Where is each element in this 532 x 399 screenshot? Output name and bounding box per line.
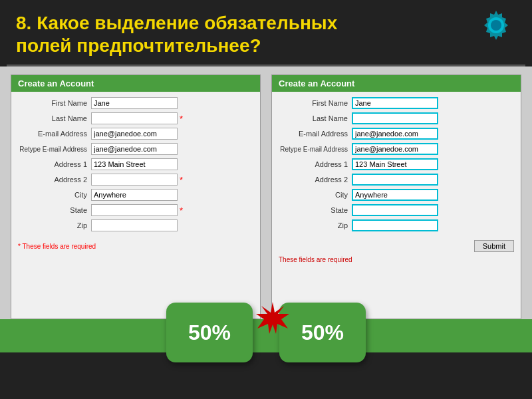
field-label: Last Name <box>279 114 352 122</box>
email-input[interactable] <box>91 128 178 140</box>
form-row: Retype E-mail Address <box>279 143 514 155</box>
page-title: 8. Какое выделение обязательных полей пр… <box>16 12 337 57</box>
forms-area: Create an Account First Name Last Name *… <box>0 66 532 319</box>
last-name-input[interactable] <box>352 112 438 124</box>
field-label: Address 2 <box>279 176 352 184</box>
field-label: State <box>279 206 352 214</box>
starburst-icon <box>256 301 289 334</box>
form-row: City <box>279 189 514 201</box>
address2-input[interactable] <box>352 174 438 186</box>
right-form-body: First Name Last Name E-mail Address Rety… <box>272 92 521 240</box>
left-required-note: * These fields are required <box>11 240 260 253</box>
address1-input[interactable] <box>352 158 438 170</box>
address2-input[interactable] <box>91 174 178 186</box>
field-label: E-mail Address <box>279 130 352 138</box>
field-label: Address 1 <box>279 160 352 168</box>
form-row: Zip <box>18 219 253 231</box>
form-row: E-mail Address <box>279 128 514 140</box>
zip-input[interactable] <box>352 219 438 231</box>
field-label: Retype E-mail Address <box>279 146 352 153</box>
svg-point-1 <box>491 20 501 31</box>
city-input[interactable] <box>352 189 438 201</box>
form-row: Address 1 <box>18 158 253 170</box>
state-input[interactable] <box>91 204 178 216</box>
city-input[interactable] <box>91 189 178 201</box>
field-label: Address 1 <box>18 160 91 168</box>
retype-email-input[interactable] <box>352 143 438 155</box>
left-form-body: First Name Last Name * E-mail Address Re… <box>11 92 260 240</box>
form-row: Zip <box>279 219 514 231</box>
form-row: State <box>279 204 514 216</box>
header: 8. Какое выделение обязательных полей пр… <box>0 0 532 65</box>
form-row: First Name <box>18 97 253 109</box>
state-input[interactable] <box>352 204 438 216</box>
form-row: Address 2 * <box>18 174 253 186</box>
zip-input[interactable] <box>91 219 178 231</box>
left-form-panel: Create an Account First Name Last Name *… <box>11 74 261 319</box>
right-form-panel: Create an Account First Name Last Name E… <box>271 74 521 319</box>
right-badge: 50% <box>279 303 366 362</box>
svg-marker-2 <box>256 302 289 334</box>
address1-input[interactable] <box>91 158 178 170</box>
form-row: State * <box>18 204 253 216</box>
form-row: City <box>18 189 253 201</box>
field-label: Zip <box>279 221 352 229</box>
field-label: City <box>279 191 352 199</box>
field-label: E-mail Address <box>18 130 91 138</box>
field-label: Zip <box>18 221 91 229</box>
form-row: First Name <box>279 97 514 109</box>
required-star: * <box>180 114 183 124</box>
right-form-header: Create an Account <box>272 75 521 92</box>
required-star: * <box>180 205 183 215</box>
field-label: Retype E-mail Address <box>18 146 91 153</box>
field-label: Last Name <box>18 114 91 122</box>
field-label: State <box>18 206 91 214</box>
required-star: * <box>180 175 183 185</box>
submit-button[interactable]: Submit <box>474 240 514 252</box>
form-row: E-mail Address <box>18 128 253 140</box>
left-form-header: Create an Account <box>11 75 260 92</box>
retype-email-input[interactable] <box>91 143 178 155</box>
form-row: Retype E-mail Address <box>18 143 253 155</box>
form-row: Last Name * <box>18 112 253 124</box>
field-label: Address 2 <box>18 176 91 184</box>
email-input[interactable] <box>352 128 438 140</box>
first-name-input[interactable] <box>352 97 438 109</box>
field-label: First Name <box>18 99 91 107</box>
form-row: Address 2 <box>279 174 514 186</box>
gear-icon <box>476 5 516 45</box>
form-row: Address 1 <box>279 158 514 170</box>
last-name-input[interactable] <box>91 112 178 124</box>
right-required-note: These fields are required <box>272 255 521 265</box>
left-badge: 50% <box>166 303 253 362</box>
form-row: Last Name <box>279 112 514 124</box>
field-label: City <box>18 191 91 199</box>
submit-row: Submit <box>272 240 521 252</box>
first-name-input[interactable] <box>91 97 178 109</box>
field-label: First Name <box>279 99 352 107</box>
